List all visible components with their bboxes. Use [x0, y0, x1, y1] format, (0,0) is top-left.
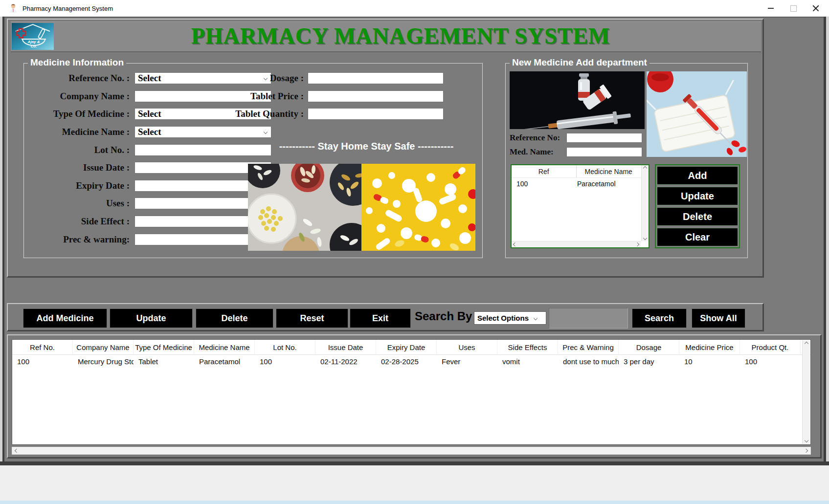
frame-edge — [0, 461, 829, 465]
cell-lot-no: 100 — [255, 355, 315, 368]
grid-col-medicine-name[interactable]: Medicine Name — [194, 340, 255, 354]
grid-col-uses[interactable]: Uses — [437, 340, 497, 354]
list-item[interactable]: 100 Paracetamol — [512, 180, 641, 191]
company-name-label: Company Name : — [26, 91, 134, 102]
update-button[interactable]: Update — [110, 308, 193, 328]
dosage-label: Dosage : — [229, 73, 308, 84]
show-all-button[interactable]: Show All — [692, 308, 745, 328]
grid-col-product-qt[interactable]: Product Qt. — [740, 340, 801, 354]
side-effect-label: Side Effect : — [26, 216, 134, 227]
nm-update-button[interactable]: Update — [657, 187, 738, 205]
search-option-value: Select Options — [477, 314, 534, 322]
minimize-icon — [768, 8, 774, 9]
medicine-grid: Ref No. Company Name Type Of Medicine Me… — [12, 339, 811, 445]
tablet-price-label: Tablet Price : — [229, 91, 308, 102]
frame-edge — [2, 17, 4, 465]
medicine-information-title: Medicine Information — [28, 57, 126, 68]
chevron-right-icon — [804, 449, 808, 453]
cell-dosage: 3 per day — [619, 355, 679, 368]
chevron-down-icon — [534, 316, 538, 320]
tablet-quantity-input[interactable] — [308, 108, 444, 120]
dosage-input[interactable] — [308, 72, 444, 84]
grid-col-ref-no[interactable]: Ref No. — [12, 340, 73, 354]
logo-text-line1: Ajay & — [27, 40, 40, 44]
list-col-ref[interactable]: Ref — [512, 165, 577, 177]
list-col-medicine-name[interactable]: Medicine Name — [577, 165, 641, 177]
desktop-area — [0, 465, 829, 504]
cell-issue-date: 02-11-2022 — [315, 355, 376, 368]
type-of-medicine-label: Type Of Medicine : — [26, 109, 134, 119]
cell-expiry-date: 02-28-2025 — [376, 355, 437, 368]
close-button[interactable] — [805, 0, 827, 17]
cell-prec-warning: dont use to much — [558, 355, 619, 368]
pills-photo-left — [248, 164, 361, 251]
upper-panel: Ajay & Co. PHARMACY MANAGEMENT SYSTEM Me… — [7, 19, 764, 278]
taskbar-strip — [0, 501, 829, 504]
nm-med-name-input[interactable] — [566, 147, 642, 157]
app-header: Ajay & Co. PHARMACY MANAGEMENT SYSTEM — [11, 22, 761, 52]
grid-col-dosage[interactable]: Dosage — [619, 340, 679, 354]
titlebar: Pharmacy Management System — [0, 0, 829, 17]
frame-edge — [0, 17, 829, 18]
pills-photo-right — [361, 164, 475, 251]
frame-edge — [826, 17, 829, 465]
uses-label: Uses : — [26, 198, 134, 209]
window-body: Ajay & Co. PHARMACY MANAGEMENT SYSTEM Me… — [0, 17, 829, 465]
search-input[interactable] — [549, 308, 628, 329]
search-option-select[interactable]: Select Options — [474, 311, 546, 325]
list-cell-medicine-name: Paracetamol — [576, 180, 641, 191]
mask-photo — [647, 71, 747, 157]
grid-col-medicine-price[interactable]: Medicine Price — [679, 340, 740, 354]
grid-col-prec-warning[interactable]: Prec & Warning — [558, 340, 619, 354]
delete-button[interactable]: Delete — [196, 308, 273, 328]
listview-vertical-scrollbar[interactable] — [641, 165, 649, 241]
maximize-icon — [790, 5, 797, 12]
chevron-down-icon — [643, 236, 647, 240]
tablet-price-input[interactable] — [308, 90, 444, 102]
add-button[interactable]: Add — [657, 166, 738, 185]
exit-button[interactable]: Exit — [350, 308, 411, 328]
grid-col-issue-date[interactable]: Issue Date — [315, 340, 376, 354]
chevron-left-icon — [15, 449, 19, 453]
nm-delete-button[interactable]: Delete — [657, 207, 738, 226]
pharmacy-logo: Ajay & Co. — [12, 23, 54, 50]
clear-button[interactable]: Clear — [657, 228, 738, 246]
issue-date-label: Issue Date : — [26, 162, 134, 173]
add-medicine-button[interactable]: Add Medicine — [23, 308, 107, 328]
window-title: Pharmacy Management System — [22, 5, 113, 12]
grid-horizontal-scrollbar[interactable] — [12, 447, 811, 455]
chevron-down-icon — [264, 130, 268, 134]
cell-ref-no: 100 — [12, 355, 73, 368]
cell-company-name: Mercury Drug Sto — [73, 355, 134, 368]
grid-col-company-name[interactable]: Company Name — [73, 340, 134, 354]
medicine-name-select[interactable]: Select — [134, 126, 271, 138]
chevron-down-icon — [804, 438, 808, 442]
cell-product-qt: 100 — [740, 355, 801, 368]
grid-col-side-effects[interactable]: Side Effects — [497, 340, 558, 354]
minimize-button[interactable] — [760, 0, 782, 17]
app-window: Pharmacy Management System — [0, 0, 829, 504]
maximize-button[interactable] — [782, 0, 805, 17]
stay-home-banner: ----------- Stay Home Stay Safe --------… — [251, 141, 481, 152]
lot-no-label: Lot No. : — [26, 145, 134, 155]
app-title: PHARMACY MANAGEMENT SYSTEM — [69, 23, 732, 49]
grid-col-expiry-date[interactable]: Expiry Date — [376, 340, 437, 354]
lot-no-input[interactable] — [134, 144, 271, 156]
grid-col-lot-no[interactable]: Lot No. — [255, 340, 315, 354]
table-row[interactable]: 100 Mercury Drug Sto Tablet Paracetamol … — [12, 355, 810, 368]
grid-col-type-of-medicine[interactable]: Type Of Medicine — [134, 340, 194, 354]
grid-header-row: Ref No. Company Name Type Of Medicine Me… — [12, 340, 810, 355]
reference-no-label: Reference No. : — [26, 73, 134, 84]
nm-reference-no-input[interactable] — [566, 133, 642, 143]
medicine-listview: Ref Medicine Name 100 Paracetamol — [511, 164, 650, 248]
type-of-medicine-select-value: Select — [138, 109, 161, 119]
cell-medicine-name: Paracetamol — [194, 355, 255, 368]
grid-vertical-scrollbar[interactable] — [802, 340, 810, 444]
new-medicine-title: New Medicine Add department — [510, 57, 650, 68]
reference-no-select-value: Select — [138, 73, 161, 84]
reset-button[interactable]: Reset — [276, 308, 348, 328]
search-button[interactable]: Search — [632, 308, 687, 328]
search-by-label: Search By — [415, 309, 472, 323]
pharmacist-icon — [9, 3, 18, 13]
listview-horizontal-scrollbar[interactable] — [512, 241, 641, 247]
